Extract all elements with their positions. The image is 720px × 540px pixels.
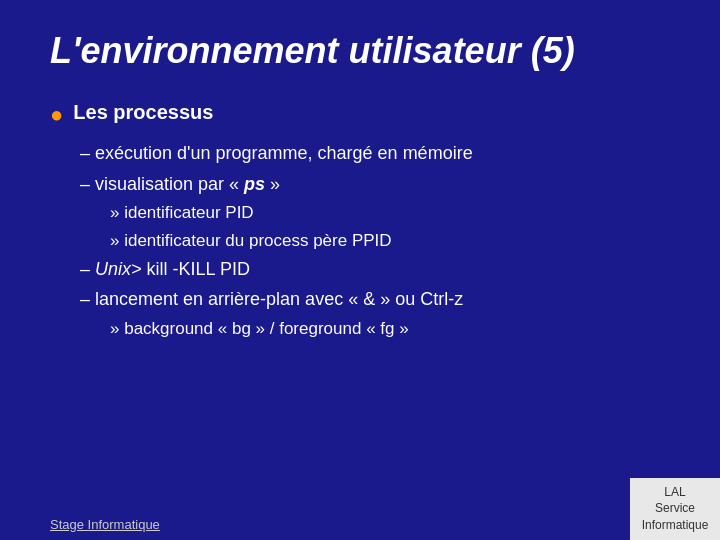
main-bullet: ● Les processus [50,96,670,132]
footer-right-line2: Service [640,500,710,517]
footer-right-line1: LAL [640,484,710,501]
sub-item-visualisation-text: – visualisation par « ps » [80,174,280,194]
footer-left-text: Stage Informatique [50,517,160,532]
subsub-item-pid: » identificateur PID [110,199,670,226]
footer-right-line3: Informatique [640,517,710,534]
sub-item-unix: – Unix> kill -KILL PID [80,254,670,285]
subsub-item-ppid: » identificateur du process père PPID [110,227,670,254]
bullet-icon: ● [50,97,63,132]
footer: Stage Informatique LAL Service Informati… [0,478,720,540]
sub-item-lancement: – lancement en arrière-plan avec « & » o… [80,284,670,315]
footer-right-logo: LAL Service Informatique [630,478,720,540]
slide-title: L'environnement utilisateur (5) [50,30,670,72]
subsub-bgfg-text: » background « bg » / foreground « fg » [110,319,409,338]
sub-item-visualisation: – visualisation par « ps » [80,169,670,200]
subsub-pid-text: » identificateur PID [110,203,254,222]
sub-item-unix-text: – Unix> kill -KILL PID [80,259,250,279]
subsub-item-bgfg: » background « bg » / foreground « fg » [110,315,670,342]
sub-item-lancement-text: – lancement en arrière-plan avec « & » o… [80,289,463,309]
sub-item-execution-text: – exécution d'un programme, chargé en mé… [80,143,473,163]
footer-left[interactable]: Stage Informatique [0,509,210,540]
sub-item-execution: – exécution d'un programme, chargé en mé… [80,138,670,169]
main-bullet-text: Les processus [73,96,213,128]
slide: L'environnement utilisateur (5) ● Les pr… [0,0,720,540]
subsub-ppid-text: » identificateur du process père PPID [110,231,392,250]
slide-content: ● Les processus – exécution d'un program… [50,96,670,342]
